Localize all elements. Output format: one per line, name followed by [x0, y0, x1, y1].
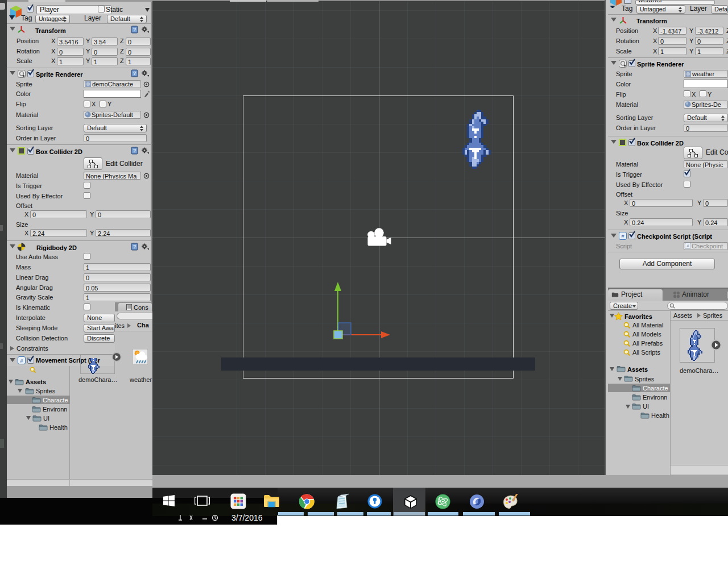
svg-text:?: ?	[133, 27, 136, 32]
svg-text:?: ?	[133, 70, 136, 76]
svg-text:#: #	[621, 234, 624, 239]
svg-text:?: ?	[133, 244, 136, 250]
svg-text:#: #	[20, 358, 23, 364]
svg-text:?: ?	[133, 148, 136, 153]
svg-text:#: #	[687, 244, 689, 248]
